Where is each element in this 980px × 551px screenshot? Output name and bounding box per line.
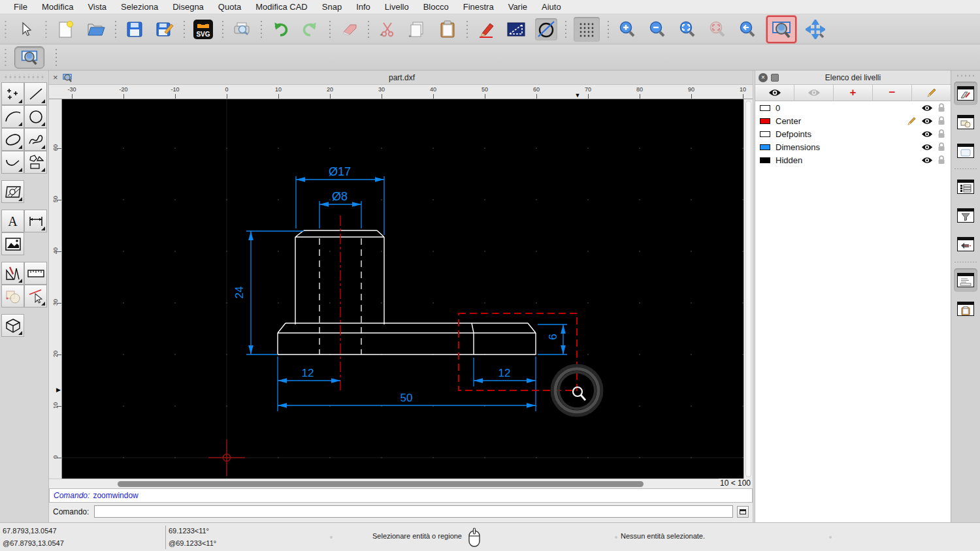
menu-disegna[interactable]: Disegna [165, 2, 211, 12]
measure-tool-button[interactable] [24, 262, 47, 285]
cut-button[interactable]: + [376, 18, 399, 40]
layer-visibility-icon[interactable] [921, 118, 933, 125]
menu-finestra[interactable]: Finestra [456, 2, 501, 12]
grid-toggle-button[interactable] [574, 17, 600, 42]
menu-modifica[interactable]: Modifica [35, 2, 80, 12]
point-tool-button[interactable] [1, 82, 24, 105]
layer-name[interactable]: Hidden [776, 155, 802, 165]
new-document-button[interactable] [55, 18, 77, 40]
layer-color-swatch[interactable] [760, 105, 770, 111]
layer-lock-icon[interactable] [938, 155, 945, 165]
layer-row-dimensions[interactable]: Dimensions [755, 140, 951, 153]
layer-lock-icon[interactable] [938, 129, 945, 138]
modify-line-button[interactable] [24, 285, 47, 307]
horizontal-scrollbar-thumb[interactable] [118, 481, 644, 487]
panel-detach-icon[interactable] [771, 74, 779, 82]
dimensions[interactable] [246, 176, 567, 411]
screen-linewidth-button[interactable] [535, 18, 557, 40]
menu-aiuto[interactable]: Aiuto [534, 2, 568, 12]
selection-filter-panel-toggle[interactable] [954, 204, 977, 227]
save-button[interactable] [123, 18, 146, 40]
layer-visibility-icon[interactable] [921, 157, 933, 164]
delete-button[interactable] [338, 18, 360, 40]
layer-name[interactable]: 0 [776, 103, 780, 113]
layer-name[interactable]: Center [776, 116, 801, 126]
show-all-layers-button[interactable] [755, 85, 794, 101]
text-tool-button[interactable]: A [1, 210, 24, 232]
layer-row-hidden[interactable]: Hidden [755, 153, 951, 166]
remove-layer-button[interactable]: − [873, 85, 912, 101]
layer-visibility-icon[interactable] [921, 104, 933, 112]
zoom-window-button[interactable] [766, 16, 796, 43]
zoom-out-button[interactable] [646, 18, 668, 40]
pen-edit-button[interactable] [475, 18, 497, 40]
layer-lock-icon[interactable] [938, 142, 945, 151]
paste-button[interactable] [436, 18, 459, 40]
save-as-button[interactable] [154, 18, 176, 40]
draft-mode-button[interactable] [505, 18, 527, 40]
vertical-scrollbar[interactable] [743, 99, 753, 479]
toolbar-drag-handle[interactable] [956, 74, 975, 78]
layer-lock-icon[interactable] [938, 103, 945, 112]
redo-button[interactable] [299, 18, 321, 40]
layer-color-swatch[interactable] [760, 144, 770, 150]
menu-livello[interactable]: Livello [378, 2, 416, 12]
command-input[interactable] [94, 505, 733, 518]
circle-tool-button[interactable] [24, 105, 47, 128]
open-file-button[interactable] [85, 18, 107, 40]
zoom-in-button[interactable] [616, 18, 638, 40]
drafting-tools-button[interactable] [1, 262, 24, 285]
property-editor-panel-toggle[interactable] [954, 175, 977, 198]
ellipse-tool-button[interactable] [1, 128, 24, 151]
menu-blocco[interactable]: Blocco [416, 2, 456, 12]
layer-color-swatch[interactable] [760, 118, 770, 124]
command-options-button[interactable] [737, 506, 749, 518]
zoom-window-option-button[interactable] [14, 46, 44, 69]
polyline-tool-button[interactable] [1, 151, 24, 174]
modify-tool-button[interactable] [1, 285, 24, 307]
layer-lock-icon[interactable] [938, 116, 945, 125]
dimension-tool-button[interactable] [24, 210, 47, 232]
layer-row-0[interactable]: 0 [755, 101, 951, 114]
copy-button[interactable]: + [406, 18, 429, 40]
layer-visibility-icon[interactable] [921, 131, 933, 138]
add-layer-button[interactable]: + [834, 85, 873, 101]
command-line-panel-toggle[interactable] [954, 268, 977, 292]
zoom-previous-button[interactable] [736, 18, 759, 40]
toolbar-drag-handle[interactable] [3, 20, 8, 39]
svg-export-button[interactable]: SVG [192, 18, 214, 40]
undo-button[interactable] [269, 18, 291, 40]
palette-drag-handle[interactable] [4, 74, 44, 80]
image-tool-button[interactable] [1, 232, 24, 255]
layer-name[interactable]: Dimensions [776, 142, 820, 152]
layer-visibility-icon[interactable] [921, 144, 933, 151]
layer-row-center[interactable]: Center [755, 114, 951, 127]
menu-vista[interactable]: Vista [80, 2, 114, 12]
layer-color-swatch[interactable] [760, 131, 770, 137]
menu-file[interactable]: File [7, 2, 35, 12]
clipboard-panel-toggle[interactable] [954, 297, 977, 321]
horizontal-scrollbar[interactable] [49, 479, 719, 488]
menu-seleziona[interactable]: Seleziona [114, 2, 165, 12]
menu-modifica-cad[interactable]: Modifica CAD [248, 2, 314, 12]
layer-name[interactable]: Defpoints [776, 129, 811, 139]
iso-view-button[interactable] [1, 314, 24, 337]
print-preview-button[interactable] [231, 18, 253, 40]
arc-tool-button[interactable] [1, 105, 24, 128]
toolbar-drag-handle[interactable] [3, 48, 8, 67]
layer-list-panel-toggle[interactable] [954, 82, 977, 105]
menu-snap[interactable]: Snap [315, 2, 349, 12]
panel-close-icon[interactable]: × [759, 73, 768, 82]
spline-tool-button[interactable] [24, 128, 47, 151]
block-list-panel-toggle[interactable] [954, 110, 977, 134]
library-browser-panel-toggle[interactable] [954, 139, 977, 163]
hide-all-layers-button[interactable] [794, 85, 834, 101]
toolbar-drag-handle[interactable] [43, 20, 48, 39]
hatch-tool-button[interactable] [1, 180, 24, 203]
shape-tool-button[interactable] [24, 151, 47, 174]
line-tool-button[interactable] [24, 82, 47, 105]
vertical-scrollbar-thumb[interactable] [745, 101, 751, 477]
drawing-canvas[interactable]: Ø17 Ø8 24 12 12 50 6 [62, 99, 743, 479]
menu-quota[interactable]: Quota [211, 2, 248, 12]
layer-color-swatch[interactable] [760, 157, 770, 163]
